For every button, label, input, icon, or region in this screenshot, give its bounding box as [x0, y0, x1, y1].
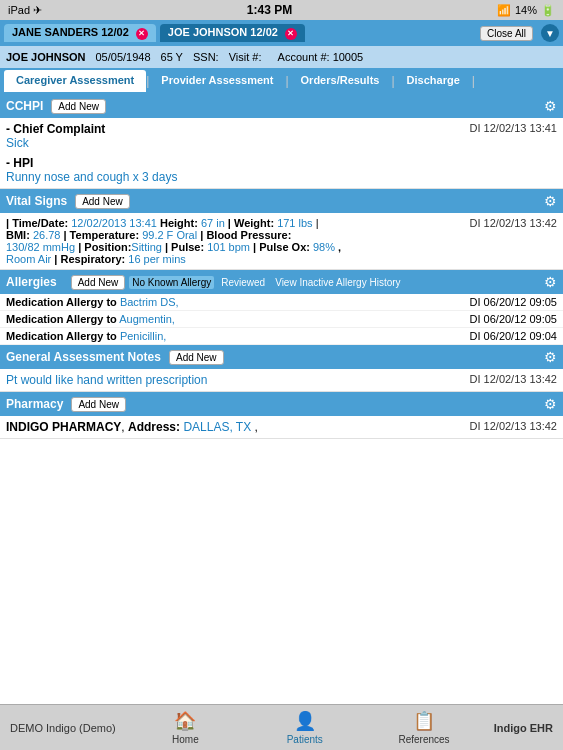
vitals-roomair-val: Room Air [6, 253, 51, 265]
nav-patients-label: Patients [287, 734, 323, 745]
chief-complaint-block: DI 12/02/13 13:41 - Chief Complaint Sick… [0, 118, 563, 189]
general-assessment-add-new-button[interactable]: Add New [169, 350, 224, 365]
vitals-respiratory-val: 16 per mins [128, 253, 185, 265]
battery-icon: 🔋 [541, 4, 555, 17]
vitals-temp-val: 99.2 F Oral [142, 229, 197, 241]
patient-visit: Visit #: [229, 51, 268, 63]
pharmacy-gear-icon[interactable]: ⚙ [544, 396, 557, 412]
general-assessment-title: General Assessment Notes [6, 350, 161, 364]
status-bar: iPad ✈ 1:43 PM 📶 14% 🔋 [0, 0, 563, 20]
cchpi-title: CCHPI [6, 99, 43, 113]
tab-provider-assessment[interactable]: Provider Assessment [149, 70, 285, 92]
allergy-item-augmentin: Medication Allergy to Augmentin, DI 06/2… [0, 311, 563, 328]
general-assessment-gear-icon[interactable]: ⚙ [544, 349, 557, 365]
nav-tabs-bar: Caregiver Assessment | Provider Assessme… [0, 68, 563, 94]
cchpi-add-new-button[interactable]: Add New [51, 99, 106, 114]
references-icon: 📋 [413, 710, 435, 732]
nav-patients[interactable]: 👤 Patients [245, 705, 364, 750]
vitals-pulse-val: 101 bpm [207, 241, 250, 253]
pharmacy-address-label: Address: [128, 420, 180, 434]
allergy-buttons: Add New No Known Allergy Reviewed View I… [63, 275, 404, 290]
patient-dob: 05/05/1948 [95, 51, 150, 63]
patient-ssn-label: SSN: [193, 51, 219, 63]
tab-close-jane[interactable]: ✕ [136, 28, 148, 40]
patient-tab-joe-johnson[interactable]: JOE JOHNSON 12/02 ✕ [160, 24, 305, 42]
pharmacy-block: DI 12/02/13 13:42 INDIGO PHARMACY, Addre… [0, 416, 563, 439]
status-bar-right: 📶 14% 🔋 [497, 4, 555, 17]
allergies-no-known-button[interactable]: No Known Allergy [129, 276, 214, 289]
allergies-add-new-button[interactable]: Add New [71, 275, 126, 290]
patient-account: Account #: 10005 [278, 51, 364, 63]
cchpi-section-header: CCHPI Add New ⚙ [0, 94, 563, 118]
tab-label-jane: JANE SANDERS 12/02 [12, 26, 129, 38]
wifi-icon: 📶 [497, 4, 511, 17]
pharmacy-section-header: Pharmacy Add New ⚙ [0, 392, 563, 416]
allergy-drug-bactrim: Bactrim DS, [120, 296, 179, 308]
general-assessment-section-header: General Assessment Notes Add New ⚙ [0, 345, 563, 369]
ipad-label: iPad ✈ [8, 4, 42, 17]
battery-level: 14% [515, 4, 537, 16]
vitals-bmi-val: 26.78 [33, 229, 61, 241]
chief-complaint-value: Sick [6, 136, 557, 150]
main-content: CCHPI Add New ⚙ DI 12/02/13 13:41 - Chie… [0, 94, 563, 704]
tab-caregiver-assessment[interactable]: Caregiver Assessment [4, 70, 146, 92]
vitals-add-new-button[interactable]: Add New [75, 194, 130, 209]
ehr-label: Indigo EHR [484, 722, 563, 734]
pharmacy-title: Pharmacy [6, 397, 63, 411]
patient-name: JOE JOHNSON [6, 51, 85, 63]
patient-tabs-bar: JANE SANDERS 12/02 ✕ JOE JOHNSON 12/02 ✕… [0, 20, 563, 46]
bottom-nav: DEMO Indigo (Demo) 🏠 Home 👤 Patients 📋 R… [0, 704, 563, 750]
vitals-gear-icon[interactable]: ⚙ [544, 193, 557, 209]
vitals-title: Vital Signs [6, 194, 67, 208]
patients-icon: 👤 [294, 710, 316, 732]
tab-discharge[interactable]: Discharge [395, 70, 472, 92]
allergy-augmentin-di: DI 06/20/12 09:05 [470, 313, 557, 325]
general-assessment-block: DI 12/02/13 13:42 Pt would like hand wri… [0, 369, 563, 392]
allergies-view-inactive-button[interactable]: View Inactive Allergy History [272, 276, 403, 289]
hpi-label: - HPI [6, 156, 557, 170]
allergy-item-bactrim: Medication Allergy to Bactrim DS, DI 06/… [0, 294, 563, 311]
allergy-drug-penicillin: Penicillin, [120, 330, 166, 342]
allergies-reviewed-button[interactable]: Reviewed [218, 276, 268, 289]
vitals-time-val: 12/02/2013 13:41 [71, 217, 157, 229]
chief-complaint-di: DI 12/02/13 13:41 [470, 122, 557, 134]
nav-references[interactable]: 📋 References [364, 705, 483, 750]
vitals-bp-val: 130/82 mmHg [6, 241, 75, 253]
allergy-bactrim-di: DI 06/20/12 09:05 [470, 296, 557, 308]
close-all-button[interactable]: Close All [480, 26, 533, 41]
home-icon: 🏠 [174, 710, 196, 732]
status-bar-time: 1:43 PM [247, 3, 292, 17]
nav-references-label: References [398, 734, 449, 745]
pharmacy-address-val: DALLAS, TX [183, 420, 251, 434]
cchpi-gear-icon[interactable]: ⚙ [544, 98, 557, 114]
vitals-pulseox-val: 98% [313, 241, 335, 253]
allergy-penicillin-di: DI 06/20/12 09:04 [470, 330, 557, 342]
allergies-title: Allergies [6, 275, 57, 289]
vitals-position-val: Sitting [131, 241, 162, 253]
nav-home-label: Home [172, 734, 199, 745]
tab-close-joe[interactable]: ✕ [285, 28, 297, 40]
general-assessment-di: DI 12/02/13 13:42 [470, 373, 557, 385]
tab-orders-results[interactable]: Orders/Results [289, 70, 392, 92]
app-label: DEMO Indigo (Demo) [0, 722, 126, 734]
pharmacy-add-new-button[interactable]: Add New [71, 397, 126, 412]
allergy-drug-augmentin: Augmentin, [119, 313, 175, 325]
nav-home[interactable]: 🏠 Home [126, 705, 245, 750]
vitals-di: DI 12/02/13 13:42 [470, 217, 557, 229]
patient-age: 65 Y [161, 51, 183, 63]
patient-info-bar: JOE JOHNSON 05/05/1948 65 Y SSN: Visit #… [0, 46, 563, 68]
general-assessment-note: Pt would like hand written prescription [6, 373, 207, 387]
vitals-section-header: Vital Signs Add New ⚙ [0, 189, 563, 213]
patient-tab-jane-sanders[interactable]: JANE SANDERS 12/02 ✕ [4, 24, 156, 42]
tab-label-joe: JOE JOHNSON 12/02 [168, 26, 278, 38]
vitals-data-row: DI 12/02/13 13:42 | Time/Date: 12/02/201… [0, 213, 563, 270]
patient-dropdown-icon[interactable]: ▼ [541, 24, 559, 42]
pharmacy-name: INDIGO PHARMACY [6, 420, 121, 434]
allergy-item-penicillin: Medication Allergy to Penicillin, DI 06/… [0, 328, 563, 345]
allergies-section-header: Allergies Add New No Known Allergy Revie… [0, 270, 563, 294]
pharmacy-di: DI 12/02/13 13:42 [470, 420, 557, 432]
vitals-height-val: 67 in [201, 217, 225, 229]
allergies-gear-icon[interactable]: ⚙ [544, 274, 557, 290]
status-bar-left: iPad ✈ [8, 4, 42, 17]
hpi-value: Runny nose and cough x 3 days [6, 170, 557, 184]
